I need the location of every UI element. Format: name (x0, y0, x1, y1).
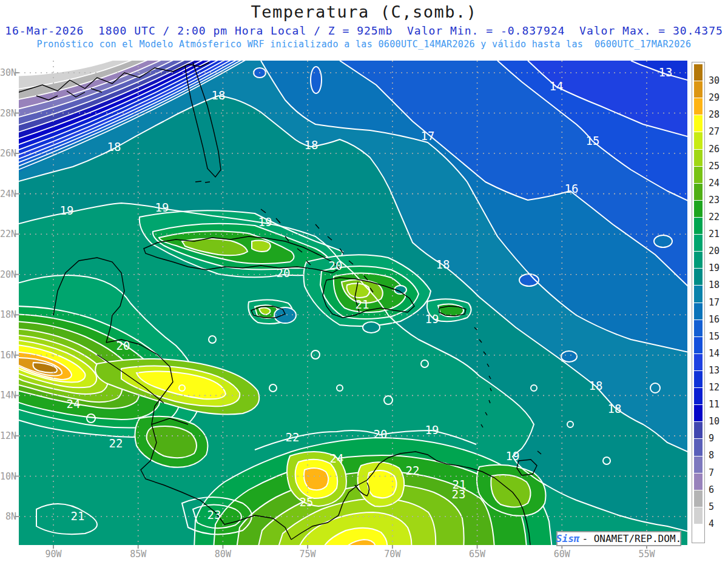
lat-label-8N: 8N (0, 511, 16, 522)
colorbar-segment (694, 98, 703, 115)
contour-label-19: 19 (506, 449, 520, 463)
lon-label-80W: 80W (209, 549, 236, 560)
colorbar-segment (694, 115, 703, 132)
sispi-logo: Sisπ (556, 533, 580, 544)
contour-label-20: 20 (116, 339, 130, 352)
colorbar-segment (694, 422, 703, 438)
colorbar-segment (694, 81, 703, 98)
contour-label-19: 19 (425, 312, 439, 326)
contour-label-20: 20 (277, 266, 291, 279)
colorbar-value-17: 17 (709, 297, 727, 308)
contour-label-25: 25 (300, 495, 314, 509)
colorbar-value-27: 27 (709, 126, 727, 137)
contour-label-20: 20 (329, 259, 343, 272)
attribution-box: Sisπ- ONAMET/REP.DOM. (556, 531, 681, 546)
contour-label-23: 23 (207, 508, 221, 521)
colorbar-value-21: 21 (709, 229, 727, 239)
colorbar-value-4: 4 (709, 518, 727, 529)
colorbar-segment (694, 132, 703, 149)
colorbar-segment (694, 150, 703, 166)
colorbar-value-22: 22 (709, 212, 727, 222)
colorbar-segment (694, 201, 703, 217)
contour-label-24: 24 (67, 397, 81, 410)
colorbar-value-16: 16 (709, 314, 727, 325)
contour-label-19: 19 (425, 423, 439, 437)
colorbar-value-5: 5 (709, 501, 727, 512)
colorbar-segment (694, 337, 703, 353)
contour-label-16: 16 (565, 182, 579, 195)
lon-label-70W: 70W (379, 549, 406, 560)
contour-label-17: 17 (421, 129, 435, 142)
contour-label-22: 22 (286, 430, 300, 444)
contour-label-14: 14 (550, 79, 564, 93)
colorbar-value-9: 9 (709, 433, 727, 444)
colorbar-value-6: 6 (709, 484, 727, 495)
colorbar-segment (694, 218, 703, 234)
colorbar-value-15: 15 (709, 331, 727, 342)
contour-label-24: 24 (330, 452, 344, 465)
contour-label-22: 22 (109, 437, 123, 450)
contour-label-21: 21 (356, 298, 369, 311)
contour-label-18: 18 (305, 138, 318, 152)
contour-label-19: 19 (60, 204, 74, 217)
colorbar-value-24: 24 (709, 178, 727, 189)
colorbar-segment (694, 507, 703, 524)
lon-label-85W: 85W (125, 549, 152, 560)
lat-label-12N: 12N (0, 430, 16, 441)
colorbar-segment (694, 64, 703, 81)
lon-label-65W: 65W (464, 549, 491, 560)
colorbar (692, 62, 705, 543)
colorbar-value-12: 12 (709, 382, 727, 393)
colorbar-segment (694, 388, 703, 404)
colorbar-segment (694, 303, 703, 319)
contour-label-23: 23 (452, 487, 466, 501)
colorbar-segment (694, 184, 703, 200)
temperature-contour-map: 1818181714131516191919182020211920242221… (0, 0, 728, 562)
contour-label-18: 18 (107, 140, 121, 153)
colorbar-segment (694, 286, 703, 302)
colorbar-segment (694, 167, 703, 183)
colorbar-segment (694, 405, 703, 421)
colorbar-segment (694, 252, 703, 268)
colorbar-value-7: 7 (709, 467, 727, 478)
colorbar-segment (694, 490, 703, 507)
lat-label-22N: 22N (0, 229, 16, 239)
colorbar-value-18: 18 (709, 279, 727, 290)
lat-label-24N: 24N (0, 189, 16, 199)
lat-label-10N: 10N (0, 471, 16, 482)
lon-label-60W: 60W (548, 549, 575, 560)
colorbar-segment (694, 320, 703, 336)
colorbar-segment (694, 457, 703, 473)
contour-label-13: 13 (659, 65, 673, 79)
colorbar-segment (694, 524, 703, 541)
lat-label-28N: 28N (0, 108, 16, 119)
lon-label-75W: 75W (294, 549, 321, 560)
lat-label-18N: 18N (0, 309, 16, 320)
colorbar-value-14: 14 (709, 348, 727, 359)
colorbar-value-11: 11 (709, 399, 727, 410)
colorbar-segment (694, 269, 703, 285)
contour-label-18: 18 (608, 402, 622, 415)
contour-label-19: 19 (155, 201, 169, 214)
contour-label-18: 18 (436, 258, 450, 271)
lat-label-20N: 20N (0, 269, 16, 280)
colorbar-value-8: 8 (709, 450, 727, 461)
contour-label-21: 21 (71, 509, 85, 523)
contour-label-18: 18 (212, 89, 226, 102)
contour-label-22: 22 (406, 464, 420, 477)
attribution-text: - ONAMET/REP.DOM. (582, 533, 681, 544)
colorbar-value-13: 13 (709, 365, 727, 376)
lat-label-16N: 16N (0, 350, 16, 361)
colorbar-value-30: 30 (709, 75, 727, 86)
contour-label-19: 19 (258, 215, 272, 229)
contour-label-15: 15 (586, 134, 600, 147)
contour-label-18: 18 (589, 379, 603, 392)
colorbar-segment (694, 371, 703, 387)
colorbar-segment (694, 439, 703, 455)
lon-label-55W: 55W (633, 549, 660, 560)
lat-label-26N: 26N (0, 148, 16, 159)
colorbar-value-26: 26 (709, 144, 727, 155)
colorbar-segment (694, 354, 703, 370)
colorbar-value-29: 29 (709, 92, 727, 103)
colorbar-value-19: 19 (709, 263, 727, 273)
